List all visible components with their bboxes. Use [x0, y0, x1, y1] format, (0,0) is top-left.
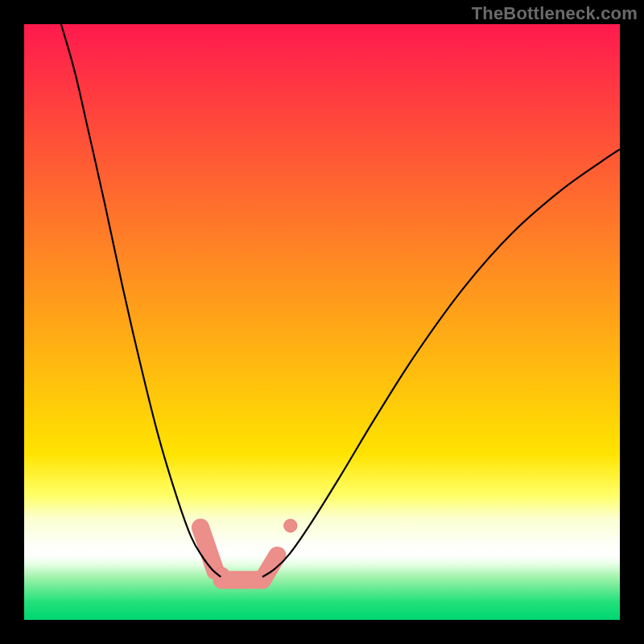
plot-area — [24, 24, 620, 620]
curve-right — [262, 149, 620, 576]
chart-frame: TheBottleneck.com — [0, 0, 644, 644]
curve-left — [61, 24, 221, 577]
curves-layer — [24, 24, 620, 620]
watermark-text: TheBottleneck.com — [472, 3, 638, 24]
marker-dot — [284, 519, 297, 532]
